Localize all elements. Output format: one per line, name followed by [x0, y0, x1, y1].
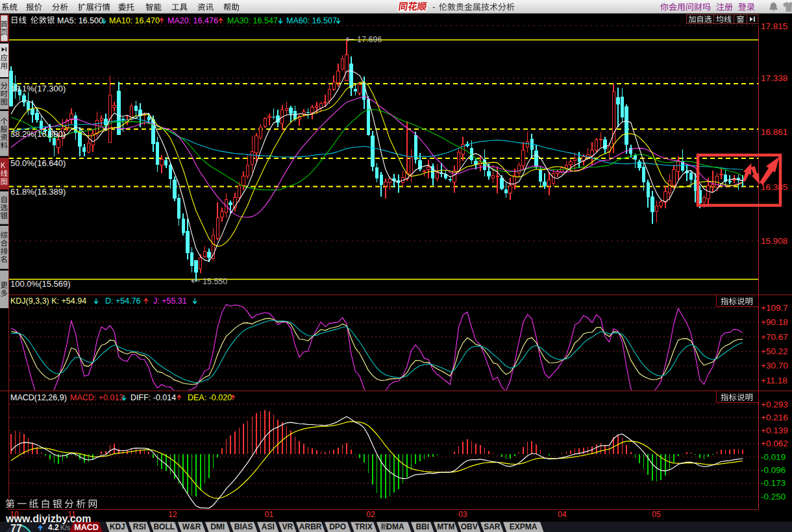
- svg-text:ARBR: ARBR: [299, 522, 322, 531]
- svg-text:BIAS: BIAS: [234, 522, 253, 531]
- svg-text:15.908: 15.908: [761, 236, 787, 246]
- svg-text:38.2%(16.890): 38.2%(16.890): [10, 129, 66, 139]
- svg-text:-: -: [432, 2, 435, 12]
- svg-text:EXPMA: EXPMA: [510, 522, 538, 531]
- svg-text:MACD(12,26,9): MACD(12,26,9): [10, 393, 67, 402]
- svg-text:DPO: DPO: [329, 522, 346, 531]
- svg-text:17.696: 17.696: [357, 35, 382, 44]
- svg-text:+0.216: +0.216: [761, 413, 788, 422]
- svg-text:02: 02: [366, 510, 375, 519]
- svg-text:4.2: 4.2: [48, 523, 59, 532]
- svg-text:17.815: 17.815: [761, 21, 787, 31]
- svg-text:19.1%(17.300): 19.1%(17.300): [10, 84, 66, 93]
- svg-text:+0.062: +0.062: [761, 439, 788, 448]
- svg-text:+11.18: +11.18: [761, 376, 787, 385]
- svg-text:100.0%(15.569): 100.0%(15.569): [10, 279, 71, 289]
- svg-text:DMA: DMA: [386, 522, 404, 531]
- svg-text:DEA: -0.020: DEA: -0.020: [188, 393, 232, 402]
- svg-text:05: 05: [652, 510, 661, 519]
- svg-text:K/s: K/s: [60, 524, 70, 531]
- svg-text:-0.250: -0.250: [761, 492, 786, 502]
- svg-text:+90.18: +90.18: [761, 317, 788, 327]
- svg-text:MA20: 16.476: MA20: 16.476: [167, 16, 218, 25]
- svg-text:MTM: MTM: [437, 522, 454, 531]
- svg-text:12: 12: [168, 510, 177, 519]
- svg-text:16.861: 16.861: [761, 127, 787, 137]
- svg-text:J: +55.31: J: +55.31: [153, 296, 187, 306]
- svg-text:BBI: BBI: [415, 522, 429, 531]
- svg-text:www.diyizby.com: www.diyizby.com: [5, 513, 92, 524]
- svg-text:+0.293: +0.293: [761, 400, 788, 409]
- svg-text:15.550: 15.550: [203, 277, 227, 286]
- svg-text:16.385: 16.385: [761, 182, 787, 192]
- svg-text:-0.019: -0.019: [761, 452, 786, 462]
- svg-text:KDJ(9,3,3) K: +54.94: KDJ(9,3,3) K: +54.94: [10, 296, 86, 306]
- svg-text:04: 04: [558, 510, 567, 519]
- svg-text:DMI: DMI: [210, 522, 225, 531]
- svg-text:03: 03: [458, 510, 467, 519]
- svg-text:+50.22: +50.22: [761, 346, 788, 356]
- svg-text:MA5: 16.500: MA5: 16.500: [57, 16, 103, 25]
- svg-text:MA60: 16.507: MA60: 16.507: [286, 16, 337, 25]
- svg-text:-0.096: -0.096: [761, 465, 786, 475]
- svg-text:61.8%(16.389): 61.8%(16.389): [10, 187, 66, 197]
- svg-text:TRIX: TRIX: [355, 522, 373, 531]
- svg-text:ASI: ASI: [262, 522, 275, 531]
- svg-text:W&R: W&R: [182, 522, 201, 531]
- svg-text:RSI: RSI: [133, 522, 146, 531]
- svg-text:MA30: 16.547: MA30: 16.547: [227, 16, 278, 25]
- svg-text:01: 01: [265, 510, 274, 519]
- svg-text:+0.139: +0.139: [761, 426, 788, 435]
- svg-text:MA10: 16.470: MA10: 16.470: [109, 16, 160, 25]
- svg-text:VR: VR: [282, 522, 293, 531]
- svg-text:SAR: SAR: [484, 522, 501, 531]
- svg-text:D: +54.76: D: +54.76: [105, 296, 141, 306]
- svg-text:-0.173: -0.173: [761, 478, 786, 488]
- svg-text:17.338: 17.338: [761, 73, 787, 83]
- svg-text:BOLL: BOLL: [153, 522, 175, 531]
- svg-text:50.0%(16.640): 50.0%(16.640): [10, 158, 66, 168]
- svg-text:MACD: +0.013: MACD: +0.013: [70, 393, 123, 402]
- svg-text:+70.67: +70.67: [761, 332, 788, 342]
- svg-text:KDJ: KDJ: [110, 522, 125, 531]
- svg-text:77: 77: [10, 523, 22, 532]
- svg-text:OBV: OBV: [461, 522, 478, 531]
- svg-text:+109.7: +109.7: [761, 303, 788, 313]
- svg-text:+30.70: +30.70: [761, 361, 788, 370]
- svg-text:DIFF: -0.014: DIFF: -0.014: [130, 393, 176, 402]
